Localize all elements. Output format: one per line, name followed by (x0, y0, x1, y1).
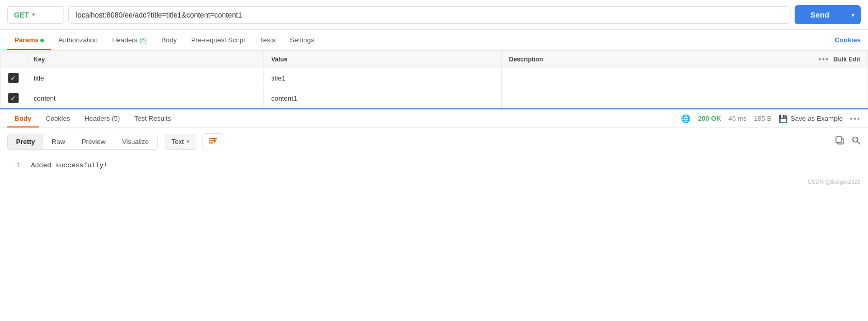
resp-tab-test-results-label: Test Results (134, 115, 171, 122)
watermark: CSDN @Burger2325 (0, 175, 868, 188)
tab-body-label: Body (161, 36, 177, 44)
row2-value[interactable]: content1 (264, 88, 502, 108)
method-chevron-icon: ▾ (32, 11, 35, 18)
params-table: Key Value Description ••• Bulk Edit ✓ (0, 51, 868, 108)
th-checkbox (1, 51, 26, 68)
response-status-area: 🌐 200 OK 46 ms 185 B 💾 Save as Example •… (681, 114, 861, 123)
tab-pre-request-script[interactable]: Pre-request Script (184, 30, 253, 50)
globe-icon: 🌐 (681, 114, 691, 123)
save-example-label: Save as Example (791, 115, 843, 122)
tab-authorization[interactable]: Authorization (51, 30, 105, 50)
url-input-wrapper (68, 6, 791, 24)
bulk-edit-dots-icon[interactable]: ••• (818, 55, 829, 63)
tab-params-label: Params (14, 36, 39, 44)
tab-pre-request-script-label: Pre-request Script (191, 36, 245, 44)
th-value: Value (264, 51, 502, 68)
tab-authorization-label: Authorization (58, 36, 98, 44)
response-line-1: 1 Added successfully! (10, 162, 858, 169)
word-wrap-icon (208, 137, 218, 145)
method-selector[interactable]: GET ▾ (7, 6, 64, 24)
resp-tab-cookies-label: Cookies (46, 115, 70, 122)
tab-params[interactable]: Params (7, 30, 51, 50)
send-dropdown-button[interactable]: ▾ (845, 5, 861, 24)
format-tab-raw[interactable]: Raw (43, 134, 73, 149)
format-tab-pretty[interactable]: Pretty (8, 134, 43, 149)
row2-key[interactable]: content (26, 88, 264, 108)
response-right-icons (835, 136, 861, 148)
th-description: Description ••• Bulk Edit (502, 51, 868, 68)
tab-body[interactable]: Body (154, 30, 184, 50)
text-format-dropdown[interactable]: Text ▾ (165, 134, 196, 150)
text-format-label: Text (172, 138, 184, 146)
response-time: 46 ms (729, 115, 747, 122)
line-content-1: Added successfully! (31, 162, 107, 169)
resp-tab-cookies[interactable]: Cookies (39, 109, 78, 127)
request-tabs-row: Params Authorization Headers (6) Body Pr… (0, 30, 868, 51)
resp-tab-test-results[interactable]: Test Results (127, 109, 178, 127)
copy-button[interactable] (835, 136, 844, 148)
params-table-container: Key Value Description ••• Bulk Edit ✓ (0, 51, 868, 108)
method-label: GET (14, 11, 29, 19)
resp-tab-body-label: Body (14, 115, 32, 122)
tab-settings-label: Settings (290, 36, 314, 44)
th-description-label: Description (509, 56, 543, 63)
response-tabs-row: Body Cookies Headers (5) Test Results 🌐 … (0, 109, 868, 128)
save-example-button[interactable]: 💾 Save as Example (779, 115, 843, 123)
tab-headers[interactable]: Headers (6) (105, 30, 154, 50)
table-row: ✓ content content1 (1, 88, 868, 108)
search-icon (851, 136, 861, 145)
url-input[interactable] (76, 11, 783, 19)
th-key: Key (26, 51, 264, 68)
format-tab-preview[interactable]: Preview (73, 134, 114, 149)
more-options-icon[interactable]: ••• (850, 115, 861, 123)
params-dot-indicator (40, 39, 44, 42)
row2-checkbox[interactable]: ✓ (8, 93, 19, 103)
row1-key[interactable]: title (26, 68, 264, 88)
resp-tab-body[interactable]: Body (7, 109, 39, 127)
cookies-link[interactable]: Cookies (834, 36, 861, 44)
row1-checkbox[interactable]: ✓ (8, 73, 19, 83)
response-body: 1 Added successfully! (0, 155, 868, 175)
format-tab-visualize[interactable]: Visualize (114, 134, 157, 149)
search-button[interactable] (851, 136, 861, 148)
url-bar: GET ▾ Send ▾ (0, 0, 868, 30)
resp-tab-headers-label: Headers (5) (84, 115, 120, 122)
table-row: ✓ title title1 (1, 68, 868, 88)
send-button[interactable]: Send (795, 5, 845, 24)
svg-rect-4 (836, 137, 842, 142)
row1-description[interactable] (502, 68, 868, 88)
tab-headers-label: Headers (6) (112, 36, 147, 44)
tab-tests[interactable]: Tests (253, 30, 283, 50)
text-format-chevron-icon: ▾ (187, 138, 190, 145)
copy-icon (835, 136, 844, 145)
send-btn-wrapper: Send ▾ (795, 5, 861, 24)
word-wrap-button[interactable] (203, 133, 223, 150)
row1-value[interactable]: title1 (264, 68, 502, 88)
tab-tests-label: Tests (260, 36, 275, 44)
line-number-1: 1 (10, 162, 21, 169)
row2-checkbox-cell[interactable]: ✓ (1, 88, 26, 108)
th-actions: ••• Bulk Edit (818, 55, 860, 63)
bulk-edit-label[interactable]: Bulk Edit (833, 56, 860, 63)
status-ok-badge: 200 OK (698, 115, 721, 122)
row2-description[interactable] (502, 88, 868, 108)
row1-checkbox-cell[interactable]: ✓ (1, 68, 26, 88)
save-icon: 💾 (779, 115, 787, 123)
response-size: 185 B (754, 115, 771, 122)
format-tabs-row: Pretty Raw Preview Visualize Text ▾ (0, 128, 868, 155)
tab-settings[interactable]: Settings (283, 30, 321, 50)
format-tab-group: Pretty Raw Preview Visualize (7, 134, 158, 150)
headers-badge: (6) (140, 37, 147, 44)
resp-tab-headers[interactable]: Headers (5) (77, 109, 127, 127)
svg-line-6 (858, 142, 860, 145)
watermark-text: CSDN @Burger2325 (808, 179, 861, 185)
